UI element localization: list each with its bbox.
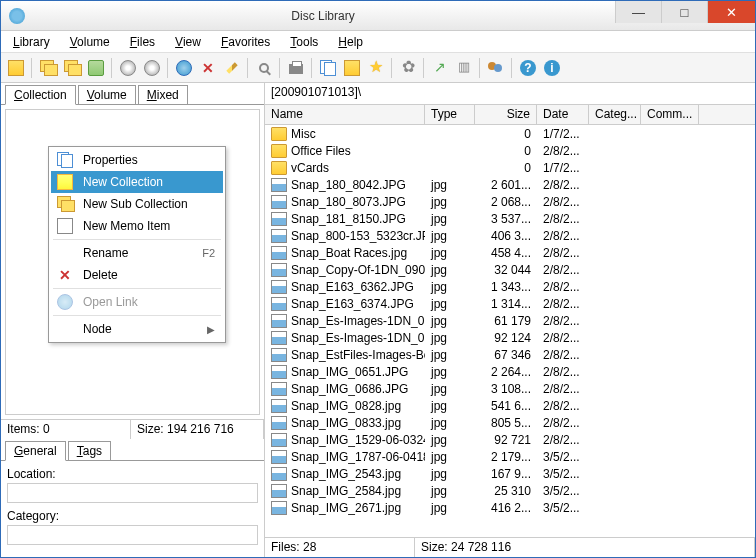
file-row[interactable]: Snap_180_8073.JPGjpg2 068...2/8/2... xyxy=(265,193,755,210)
menu-tools[interactable]: Tools xyxy=(284,33,324,51)
disc-button[interactable] xyxy=(117,57,139,79)
file-row[interactable]: Snap_800-153_5323cr.JPGjpg406 3...2/8/2.… xyxy=(265,227,755,244)
image-icon xyxy=(271,484,287,498)
file-size: 458 4... xyxy=(475,246,537,260)
file-row[interactable]: Snap_181_8150.JPGjpg3 537...2/8/2... xyxy=(265,210,755,227)
file-date: 2/8/2... xyxy=(537,144,589,158)
shortcut: F2 xyxy=(202,247,215,259)
disc-button-2[interactable] xyxy=(141,57,163,79)
file-row[interactable]: Snap_IMG_2543.jpgjpg167 9...3/5/2... xyxy=(265,465,755,482)
open-button[interactable] xyxy=(5,57,27,79)
file-row[interactable]: Office Files02/8/2... xyxy=(265,142,755,159)
menu-help[interactable]: Help xyxy=(332,33,369,51)
file-list[interactable]: NameTypeSizeDateCateg...Comm... Misc01/7… xyxy=(265,105,755,537)
column-header-comm[interactable]: Comm... xyxy=(641,105,699,124)
menu-item-new-memo-item[interactable]: New Memo Item xyxy=(51,215,223,237)
menu-volume[interactable]: Volume xyxy=(64,33,116,51)
tab-collection[interactable]: Collection xyxy=(5,85,76,105)
image-icon xyxy=(271,365,287,379)
tab-general[interactable]: General xyxy=(5,441,66,461)
minimize-button[interactable]: — xyxy=(615,1,661,23)
favorite-button[interactable]: ★ xyxy=(365,57,387,79)
file-row[interactable]: Misc01/7/2... xyxy=(265,125,755,142)
left-status: Items: 0 Size: 194 216 716 xyxy=(1,419,264,439)
file-name: Snap_180_8042.JPG xyxy=(291,178,406,192)
file-row[interactable]: Snap_E163_6374.JPGjpg1 314...2/8/2... xyxy=(265,295,755,312)
file-row[interactable]: Snap_IMG_0828.jpgjpg541 6...2/8/2... xyxy=(265,397,755,414)
doc-button[interactable] xyxy=(317,57,339,79)
image-icon xyxy=(271,450,287,464)
file-row[interactable]: Snap_IMG_2584.jpgjpg25 3103/5/2... xyxy=(265,482,755,499)
category-field[interactable] xyxy=(7,525,258,545)
file-size: 32 044 xyxy=(475,263,537,277)
menu-view[interactable]: View xyxy=(169,33,207,51)
web-button[interactable] xyxy=(173,57,195,79)
right-panel: [200901071013]\ NameTypeSizeDateCateg...… xyxy=(265,83,755,557)
new-subcollection-button[interactable] xyxy=(61,57,83,79)
column-header-size[interactable]: Size xyxy=(475,105,537,124)
file-row[interactable]: Snap_Es-Images-1DN_0023-...jpg61 1792/8/… xyxy=(265,312,755,329)
file-row[interactable]: Snap_Copy-Of-1DN_0905-06...jpg32 0442/8/… xyxy=(265,261,755,278)
menu-item-new-collection[interactable]: New Collection xyxy=(51,171,223,193)
location-field[interactable] xyxy=(7,483,258,503)
file-row[interactable]: vCards01/7/2... xyxy=(265,159,755,176)
menu-item-open-link: Open Link xyxy=(51,291,223,313)
file-date: 2/8/2... xyxy=(537,382,589,396)
delete-button[interactable]: ✕ xyxy=(197,57,219,79)
file-type: jpg xyxy=(425,178,475,192)
file-name: Snap_E163_6362.JPG xyxy=(291,280,414,294)
folder-open-button[interactable] xyxy=(341,57,363,79)
file-row[interactable]: Snap_EstFiles-Images-Boat R...jpg67 3462… xyxy=(265,346,755,363)
volume-button[interactable] xyxy=(85,57,107,79)
menu-favorites[interactable]: Favorites xyxy=(215,33,276,51)
menu-item-node[interactable]: Node▶ xyxy=(51,318,223,340)
separator xyxy=(391,58,393,78)
file-row[interactable]: Snap_IMG_2671.jpgjpg416 2...3/5/2... xyxy=(265,499,755,516)
menu-item-label: Rename xyxy=(83,246,194,260)
file-row[interactable]: Snap_E163_6362.JPGjpg1 343...2/8/2... xyxy=(265,278,755,295)
file-row[interactable]: Snap_IMG_0686.JPGjpg3 108...2/8/2... xyxy=(265,380,755,397)
view-button[interactable]: ▥ xyxy=(453,57,475,79)
tab-tags[interactable]: Tags xyxy=(68,441,111,460)
menu-files[interactable]: Files xyxy=(124,33,161,51)
column-header-categ[interactable]: Categ... xyxy=(589,105,641,124)
settings-button[interactable]: ✿ xyxy=(397,57,419,79)
file-date: 2/8/2... xyxy=(537,280,589,294)
file-row[interactable]: Snap_Es-Images-1DN_0905-...jpg92 1242/8/… xyxy=(265,329,755,346)
column-header-date[interactable]: Date xyxy=(537,105,589,124)
menu-item-label: New Memo Item xyxy=(83,219,215,233)
help-button[interactable]: ? xyxy=(517,57,539,79)
column-header-name[interactable]: Name xyxy=(265,105,425,124)
image-icon xyxy=(271,297,287,311)
file-date: 2/8/2... xyxy=(537,229,589,243)
new-collection-button[interactable] xyxy=(37,57,59,79)
export-button[interactable]: ↗ xyxy=(429,57,451,79)
image-icon xyxy=(271,382,287,396)
file-row[interactable]: Snap_180_8042.JPGjpg2 601...2/8/2... xyxy=(265,176,755,193)
file-name: Snap_180_8073.JPG xyxy=(291,195,406,209)
file-row[interactable]: Snap_IMG_0651.JPGjpg2 264...2/8/2... xyxy=(265,363,755,380)
menu-library[interactable]: Library xyxy=(7,33,56,51)
language-button[interactable] xyxy=(485,57,507,79)
edit-button[interactable] xyxy=(221,57,243,79)
menu-item-delete[interactable]: ✕Delete xyxy=(51,264,223,286)
print-button[interactable] xyxy=(285,57,307,79)
file-row[interactable]: Snap_IMG_1787-06-0418.JPGjpg2 179...3/5/… xyxy=(265,448,755,465)
tab-mixed[interactable]: Mixed xyxy=(138,85,188,104)
column-header-type[interactable]: Type xyxy=(425,105,475,124)
menu-item-rename[interactable]: RenameF2 xyxy=(51,242,223,264)
about-button[interactable]: i xyxy=(541,57,563,79)
close-button[interactable]: ✕ xyxy=(707,1,755,23)
file-row[interactable]: Snap_Boat Races.jpgjpg458 4...2/8/2... xyxy=(265,244,755,261)
file-row[interactable]: Snap_IMG_0833.jpgjpg805 5...2/8/2... xyxy=(265,414,755,431)
file-row[interactable]: Snap_IMG_1529-06-0324.JPGjpg92 7212/8/2.… xyxy=(265,431,755,448)
tab-volume[interactable]: Volume xyxy=(78,85,136,104)
menu-item-new-sub-collection[interactable]: New Sub Collection xyxy=(51,193,223,215)
menu-item-properties[interactable]: Properties xyxy=(51,149,223,171)
file-date: 2/8/2... xyxy=(537,433,589,447)
separator xyxy=(31,58,33,78)
maximize-button[interactable]: □ xyxy=(661,1,707,23)
search-button[interactable] xyxy=(253,57,275,79)
file-date: 2/8/2... xyxy=(537,365,589,379)
file-size: 0 xyxy=(475,161,537,175)
